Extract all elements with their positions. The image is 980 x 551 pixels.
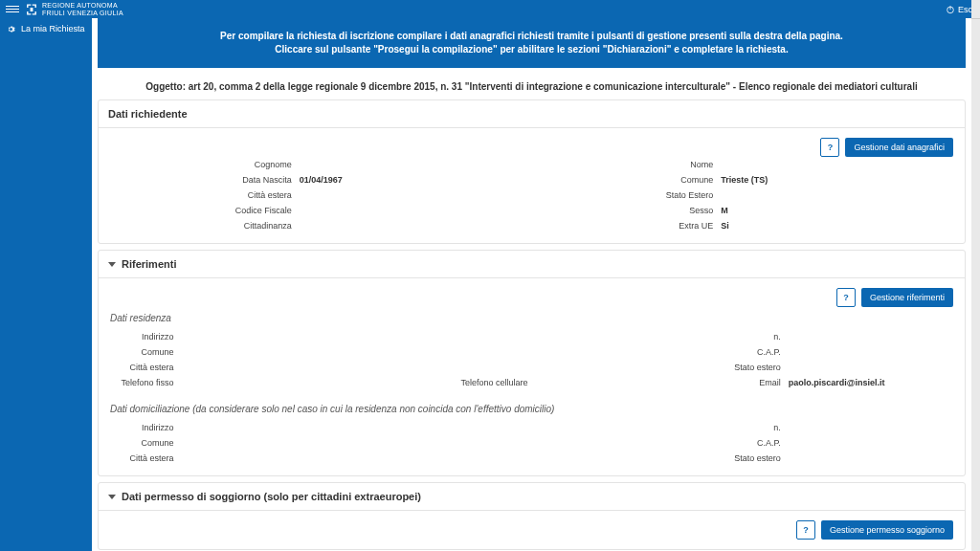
panel-soggiorno-header[interactable]: Dati permesso di soggiorno (solo per cit… <box>99 483 965 511</box>
label-extra-ue: Extra UE <box>531 218 717 233</box>
label-stato-estero: Stato Estero <box>531 187 717 203</box>
label-res-comune: Comune <box>110 344 177 360</box>
value-comune: Trieste (TS) <box>717 172 953 187</box>
label-dom-stato-estero: Stato estero <box>701 451 785 466</box>
panel-anagrafica-title: Dati richiedente <box>99 100 965 128</box>
manage-soggiorno-button[interactable]: Gestione permesso soggiorno <box>821 520 953 540</box>
label-cittadinanza: Cittadinanza <box>110 218 296 233</box>
value-res-n <box>785 329 953 344</box>
panel-soggiorno-title: Dati permesso di soggiorno (solo per cit… <box>122 491 421 502</box>
logout-button[interactable]: Esci <box>946 5 974 14</box>
label-citta-estera: Città estera <box>110 187 296 203</box>
label-res-stato-estero: Stato estero <box>701 360 785 375</box>
value-res-citta-estera <box>177 360 345 375</box>
manage-anagrafica-button[interactable]: Gestione dati anagrafici <box>845 138 953 157</box>
value-res-tel-cell <box>531 375 700 390</box>
value-citta-estera <box>296 187 532 203</box>
label-codice-fiscale: Codice Fiscale <box>110 203 296 218</box>
gear-icon <box>7 25 15 33</box>
info-line2: Cliccare sul pulsante "Prosegui la compi… <box>136 43 927 56</box>
value-codice-fiscale <box>296 203 532 218</box>
label-res-indirizzo: Indirizzo <box>110 329 177 344</box>
help-riferimenti-button[interactable]: ? <box>836 288 856 307</box>
sidebar-item-my-request[interactable]: La mia Richiesta <box>0 18 92 39</box>
sidebar: La mia Richiesta <box>0 18 92 551</box>
info-banner: Per compilare la richiesta di iscrizione… <box>98 18 966 68</box>
sidebar-item-label: La mia Richiesta <box>21 24 85 33</box>
label-cognome: Cognome <box>110 157 296 172</box>
panel-soggiorno: Dati permesso di soggiorno (solo per cit… <box>98 482 966 550</box>
value-nome <box>717 157 953 172</box>
label-dom-indirizzo: Indirizzo <box>110 420 177 435</box>
value-extra-ue: Si <box>717 218 953 233</box>
manage-riferimenti-button[interactable]: Gestione riferimenti <box>861 288 953 307</box>
label-res-tel-cell: Telefono cellulare <box>346 375 532 390</box>
label-res-citta-estera: Città estera <box>110 360 177 375</box>
caret-down-icon <box>108 495 116 499</box>
topbar: REGIONE AUTONOMA FRIULI VENEZIA GIULIA E… <box>0 0 980 18</box>
right-gutter <box>971 0 980 551</box>
panel-riferimenti: Riferimenti ? Gestione riferimenti Dati … <box>98 250 966 476</box>
menu-toggle-icon[interactable] <box>6 6 19 12</box>
value-res-stato-estero <box>785 360 953 375</box>
label-res-email: Email <box>701 375 785 390</box>
value-dom-comune <box>177 435 345 451</box>
value-res-tel-fisso <box>177 375 345 390</box>
label-res-cap: C.A.P. <box>701 344 785 360</box>
label-dom-comune: Comune <box>110 435 177 451</box>
domicilio-grid: Indirizzon. ComuneC.A.P. Città esteraSta… <box>110 420 953 466</box>
region-logo-icon <box>25 3 38 16</box>
label-nome: Nome <box>531 157 717 172</box>
residenza-grid: Indirizzon. ComuneC.A.P. Città esteraSta… <box>110 329 953 390</box>
label-data-nascita: Data Nascita <box>110 172 296 187</box>
panel-riferimenti-title: Riferimenti <box>122 258 176 270</box>
value-data-nascita: 01/04/1967 <box>296 172 532 187</box>
value-sesso: M <box>717 203 953 218</box>
value-res-comune <box>177 344 345 360</box>
brand-line1: REGIONE AUTONOMA <box>42 2 123 10</box>
value-stato-estero <box>717 187 953 203</box>
value-res-email: paolo.piscardi@insiel.it <box>785 375 953 390</box>
value-dom-n <box>785 420 953 435</box>
value-res-cap <box>785 344 953 360</box>
label-res-tel-fisso: Telefono fisso <box>110 375 177 390</box>
value-res-indirizzo <box>177 329 345 344</box>
panel-anagrafica: Dati richiedente ? Gestione dati anagraf… <box>98 99 966 244</box>
main-content: Per compilare la richiesta di iscrizione… <box>92 18 971 551</box>
label-res-n: n. <box>701 329 785 344</box>
value-cognome <box>296 157 532 172</box>
value-dom-cap <box>785 435 953 451</box>
label-sesso: Sesso <box>531 203 717 218</box>
domicilio-subhead: Dati domiciliazione (da considerare solo… <box>110 404 953 414</box>
power-icon <box>946 5 955 14</box>
label-dom-n: n. <box>701 420 785 435</box>
brand: REGIONE AUTONOMA FRIULI VENEZIA GIULIA <box>25 2 123 16</box>
value-dom-stato-estero <box>785 451 953 466</box>
value-cittadinanza <box>296 218 532 233</box>
anagrafica-grid: CognomeNome Data Nascita01/04/1967Comune… <box>110 157 953 233</box>
panel-riferimenti-header[interactable]: Riferimenti <box>99 251 965 278</box>
help-soggiorno-button[interactable]: ? <box>796 520 815 540</box>
label-dom-cap: C.A.P. <box>701 435 785 451</box>
value-dom-citta-estera <box>177 451 345 466</box>
brand-line2: FRIULI VENEZIA GIULIA <box>42 10 123 17</box>
label-comune: Comune <box>531 172 717 187</box>
page-subject: Oggetto: art 20, comma 2 della legge reg… <box>98 81 966 99</box>
help-anagrafica-button[interactable]: ? <box>820 138 839 157</box>
info-line1: Per compilare la richiesta di iscrizione… <box>136 30 927 43</box>
caret-down-icon <box>108 262 116 267</box>
label-dom-citta-estera: Città estera <box>110 451 177 466</box>
value-dom-indirizzo <box>177 420 345 435</box>
residenza-subhead: Dati residenza <box>110 313 953 323</box>
